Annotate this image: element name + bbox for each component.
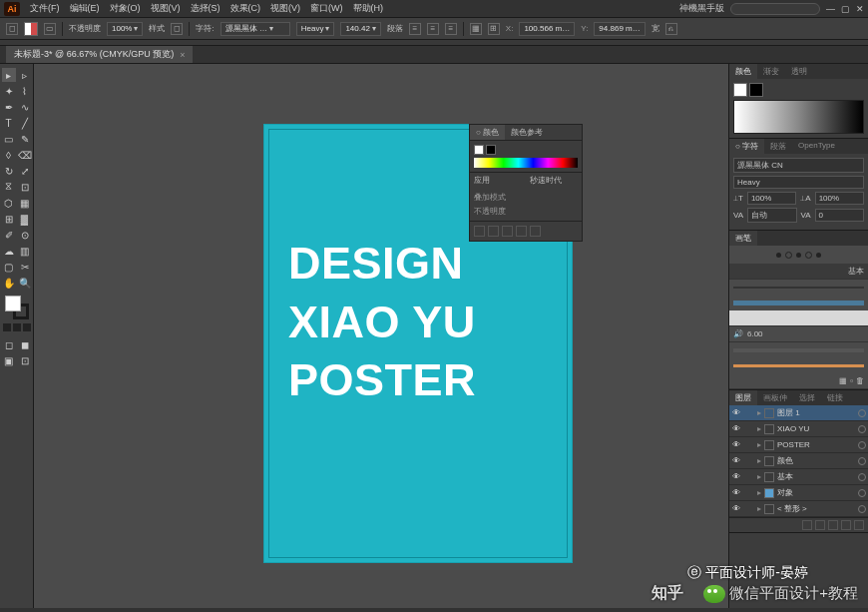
- layer-row[interactable]: 👁 ▸ XIAO YU: [729, 421, 868, 437]
- char-font-dropdown[interactable]: 源黑黑体 CN: [733, 158, 864, 173]
- char-lead-input[interactable]: 100%: [815, 192, 864, 205]
- menu-help[interactable]: 帮助(H): [353, 2, 384, 15]
- brush-trash-icon[interactable]: 🗑: [856, 376, 864, 385]
- layer-row[interactable]: 👁 ▸ 图层 1: [729, 405, 868, 421]
- curvature-tool[interactable]: ∿: [18, 100, 32, 114]
- visibility-icon[interactable]: 👁: [731, 488, 741, 497]
- gradient-tab-grad[interactable]: 渐变: [757, 64, 785, 79]
- color-mode-icon[interactable]: [3, 323, 11, 331]
- perspective-tool[interactable]: ▦: [18, 196, 32, 210]
- layer-locate-icon[interactable]: [802, 520, 812, 530]
- fill-swatch[interactable]: [474, 145, 484, 155]
- instant-tab[interactable]: 秒速时代: [526, 173, 582, 188]
- brush-row-dots[interactable]: [729, 246, 868, 264]
- layer-mask-icon[interactable]: [815, 520, 825, 530]
- align-center-icon[interactable]: ≡: [427, 23, 439, 35]
- target-icon[interactable]: [858, 441, 866, 449]
- zoom-tool[interactable]: 🔍: [18, 276, 32, 290]
- layer-row[interactable]: 👁 ▸ 颜色: [729, 453, 868, 469]
- target-icon[interactable]: [858, 473, 866, 481]
- layer-row[interactable]: 👁 ▸ 对象: [729, 485, 868, 501]
- apply-tab[interactable]: 应用: [470, 173, 526, 188]
- y-input[interactable]: 94.869 m…: [594, 22, 645, 36]
- brush-lib-icon[interactable]: ▦: [839, 376, 847, 385]
- menu-select[interactable]: 选择(S): [191, 2, 220, 15]
- menu-type[interactable]: 视图(V): [151, 2, 181, 15]
- brush-row-3[interactable]: [733, 343, 864, 357]
- artboards-tab[interactable]: 画板仲: [757, 390, 793, 405]
- gradient-tool[interactable]: ▓: [18, 212, 32, 226]
- color-spectrum[interactable]: [474, 158, 578, 168]
- target-icon[interactable]: [858, 457, 866, 465]
- visibility-icon[interactable]: 👁: [731, 504, 741, 513]
- draw-behind-icon[interactable]: ◼: [18, 337, 32, 351]
- panel-icon-2[interactable]: [488, 226, 499, 237]
- align-left-icon[interactable]: ≡: [409, 23, 421, 35]
- symbol-tool[interactable]: ☁: [2, 244, 16, 258]
- menu-window[interactable]: 窗口(W): [310, 2, 343, 15]
- magic-wand-tool[interactable]: ✦: [2, 84, 16, 98]
- char-track-input[interactable]: 自动: [747, 208, 796, 223]
- close-tab-icon[interactable]: ×: [180, 50, 185, 60]
- scale-tool[interactable]: ⤢: [18, 164, 32, 178]
- menu-file[interactable]: 文件(F): [30, 2, 60, 15]
- char-kern-input[interactable]: 0: [815, 209, 864, 222]
- transform-icon[interactable]: ⊞: [488, 23, 500, 35]
- layer-new-icon[interactable]: [841, 520, 851, 530]
- brush-sound-icon[interactable]: 🔊: [733, 329, 743, 338]
- layer-row[interactable]: 👁 ▸ < 整形 >: [729, 501, 868, 517]
- stroke-swatch[interactable]: [486, 145, 496, 155]
- shape-builder-tool[interactable]: ⬡: [2, 196, 16, 210]
- para-tab[interactable]: 段落: [764, 139, 792, 154]
- workspace-label[interactable]: 神機黑手版: [679, 2, 724, 15]
- blend-tool[interactable]: ⊙: [18, 228, 32, 242]
- brush-row-1[interactable]: [733, 281, 864, 295]
- gradient-preview[interactable]: [733, 100, 864, 134]
- width-tool[interactable]: ⧖: [2, 180, 16, 194]
- panel-icon-3[interactable]: [502, 226, 513, 237]
- menu-view[interactable]: 视图(V): [270, 2, 300, 15]
- brush-new-icon[interactable]: ▫: [850, 376, 853, 385]
- lasso-tool[interactable]: ⌇: [18, 84, 32, 98]
- layers-tab[interactable]: 图层: [729, 390, 757, 405]
- fill-stroke-swatch[interactable]: [24, 22, 38, 36]
- color-panel-floating[interactable]: ○ 颜色 颜色参考 应用 秒速时代 叠加模式 不透明度: [469, 124, 583, 242]
- visibility-icon[interactable]: 👁: [731, 456, 741, 465]
- slice-tool[interactable]: ✂: [18, 260, 32, 274]
- select-tab[interactable]: 选择: [793, 390, 821, 405]
- menu-effect[interactable]: 效果(C): [230, 2, 261, 15]
- rectangle-tool[interactable]: ▭: [2, 132, 16, 146]
- color-tab[interactable]: ○ 颜色: [470, 125, 505, 140]
- visibility-icon[interactable]: 👁: [731, 408, 741, 417]
- no-selection-icon[interactable]: ◻: [6, 23, 18, 35]
- rotate-tool[interactable]: ↻: [2, 164, 16, 178]
- link-wh-icon[interactable]: ⎌: [665, 23, 677, 35]
- brush-row-basic[interactable]: 基本: [729, 264, 868, 280]
- search-input[interactable]: [730, 3, 820, 15]
- layer-row[interactable]: 👁 ▸ POSTER: [729, 437, 868, 453]
- target-icon[interactable]: [858, 489, 866, 497]
- canvas[interactable]: DESIGN XIAO YU POSTER ○ 颜色 颜色参考 应用 秒速时代: [34, 64, 728, 608]
- target-icon[interactable]: [858, 425, 866, 433]
- hand-tool[interactable]: ✋: [2, 276, 16, 290]
- brush-preview-row[interactable]: [729, 310, 868, 326]
- pen-tool[interactable]: ✒: [2, 100, 16, 114]
- panel-icon-4[interactable]: [516, 226, 527, 237]
- opacity-dropdown[interactable]: 100%▾: [107, 22, 143, 36]
- char-size-input[interactable]: 100%: [747, 192, 796, 205]
- visibility-icon[interactable]: 👁: [731, 424, 741, 433]
- brush-tab[interactable]: 画笔: [729, 231, 757, 246]
- selection-tool[interactable]: ▸: [2, 68, 16, 82]
- eraser-tool[interactable]: ⌫: [18, 148, 32, 162]
- weight-dropdown[interactable]: Heavy▾: [296, 22, 335, 36]
- grad-fill-swatch[interactable]: [733, 83, 747, 97]
- menu-object[interactable]: 对象(O): [110, 2, 141, 15]
- links-tab[interactable]: 链接: [821, 390, 849, 405]
- fill-stroke-control[interactable]: [5, 296, 29, 319]
- gradient-tab-color[interactable]: 颜色: [729, 64, 757, 79]
- window-max-icon[interactable]: ▢: [841, 4, 850, 14]
- graph-tool[interactable]: ▥: [18, 244, 32, 258]
- visibility-icon[interactable]: 👁: [731, 440, 741, 449]
- align-obj-icon[interactable]: ▦: [470, 23, 482, 35]
- artboard-tool[interactable]: ▢: [2, 260, 16, 274]
